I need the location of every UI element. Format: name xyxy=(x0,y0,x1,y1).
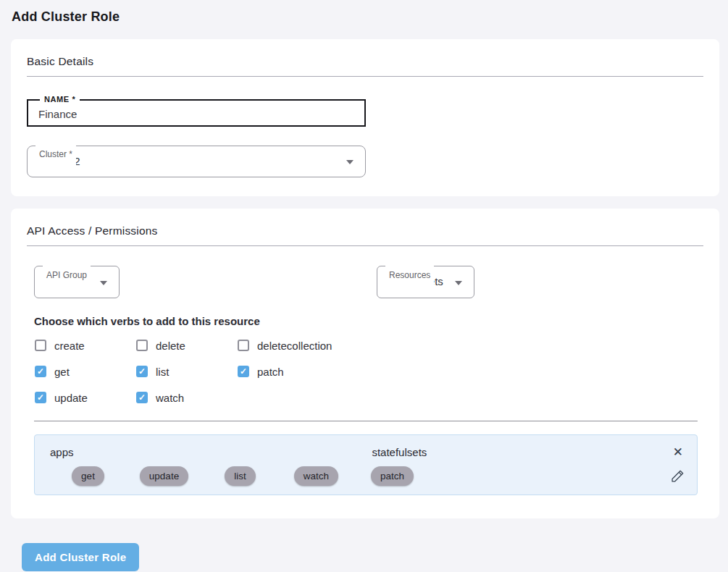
section-divider xyxy=(27,76,703,77)
verb-label: delete xyxy=(156,340,185,352)
verb-checkbox-watch[interactable]: watch xyxy=(136,390,238,405)
verb-checkbox-patch[interactable]: patch xyxy=(238,363,397,379)
dropdown-arrow-icon xyxy=(346,160,353,164)
verb-checkbox-list[interactable]: list xyxy=(136,363,238,379)
checkbox-icon[interactable] xyxy=(35,366,46,377)
verb-label: deletecollection xyxy=(257,340,332,352)
checkbox-icon[interactable] xyxy=(35,340,46,351)
name-field[interactable]: NAME * xyxy=(27,99,366,127)
verb-label: watch xyxy=(156,392,184,404)
permissions-card: API Access / Permissions API Group apps … xyxy=(11,209,719,518)
summary-api-group: apps xyxy=(50,446,93,458)
cluster-select-label: Cluster * xyxy=(35,140,76,169)
checkbox-icon[interactable] xyxy=(136,392,148,403)
verb-chip: watch xyxy=(294,466,338,486)
section-divider xyxy=(27,245,703,246)
permissions-section-title: API Access / Permissions xyxy=(27,224,703,237)
checkbox-icon[interactable] xyxy=(35,392,46,403)
verb-label: list xyxy=(156,366,169,378)
edit-pencil-icon xyxy=(670,468,685,484)
cluster-select[interactable]: Cluster * cluster-2 xyxy=(27,146,366,177)
verb-label: get xyxy=(54,366,70,378)
verb-checkbox-deletecollection[interactable]: deletecollection xyxy=(238,337,397,353)
verb-label: update xyxy=(54,392,88,404)
verb-chip: update xyxy=(140,466,188,486)
verb-checkbox-update[interactable]: update xyxy=(35,390,136,405)
page-title: Add Cluster Role xyxy=(0,0,728,25)
verb-checkbox-create[interactable]: create xyxy=(35,337,136,353)
verb-label: patch xyxy=(257,366,284,378)
summary-resource: statefulsets xyxy=(93,446,671,458)
permission-summary-row: apps statefulsets ✕ get update list watc… xyxy=(34,434,698,495)
api-group-select-label: API Group xyxy=(43,260,91,290)
dropdown-arrow-icon xyxy=(455,281,462,285)
resources-select[interactable]: Resources statefulsets xyxy=(377,266,474,298)
summary-chips: get update list watch patch xyxy=(50,466,685,486)
checkbox-icon[interactable] xyxy=(238,366,249,377)
checkbox-icon[interactable] xyxy=(238,340,249,351)
verb-chip: patch xyxy=(371,466,414,486)
basic-details-card: Basic Details NAME * Cluster * cluster-2 xyxy=(11,39,719,196)
verb-chip: get xyxy=(72,466,104,486)
verbs-grid: create delete deletecollection get list … xyxy=(35,337,703,405)
resources-select-label: Resources xyxy=(385,260,434,290)
verb-label: create xyxy=(54,340,85,352)
edit-button[interactable] xyxy=(670,468,685,484)
permissions-selects-row: API Group apps Resources statefulsets xyxy=(27,266,703,298)
verbs-heading: Choose which verbs to add to this resour… xyxy=(34,315,703,327)
summary-header: apps statefulsets ✕ xyxy=(50,446,685,458)
add-cluster-role-button[interactable]: Add Cluster Role xyxy=(22,543,139,571)
dropdown-arrow-icon xyxy=(100,281,107,285)
name-input[interactable] xyxy=(28,101,364,125)
panel-divider xyxy=(34,421,698,421)
verb-checkbox-delete[interactable]: delete xyxy=(136,337,238,353)
checkbox-icon[interactable] xyxy=(136,366,148,377)
verb-checkbox-get[interactable]: get xyxy=(35,363,136,379)
api-group-select[interactable]: API Group apps xyxy=(34,266,120,298)
name-field-label: NAME * xyxy=(40,95,80,104)
verb-chip: list xyxy=(225,466,256,486)
basic-details-section-title: Basic Details xyxy=(27,55,703,68)
checkbox-icon[interactable] xyxy=(136,340,148,351)
close-icon[interactable]: ✕ xyxy=(671,446,685,458)
